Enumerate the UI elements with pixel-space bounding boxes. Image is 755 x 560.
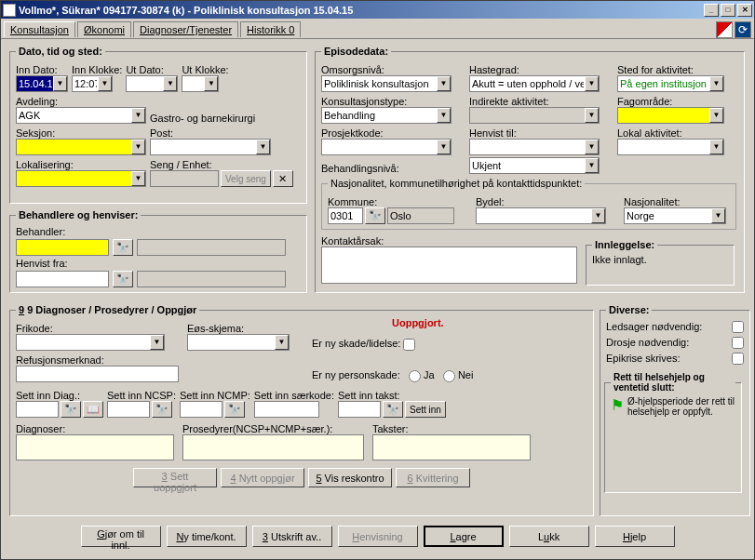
close-button[interactable]: ✕ bbox=[737, 4, 752, 17]
vis-reskontro-button[interactable]: 5 Vis reskontro bbox=[308, 468, 392, 487]
utskrift-button[interactable]: 3 Utskrift av.. bbox=[252, 526, 332, 547]
henvist-til-select[interactable] bbox=[469, 139, 600, 155]
henvist-til-dropdown[interactable]: ▼ bbox=[585, 140, 599, 154]
tab-konsultasjon[interactable]: Konsultasjon bbox=[4, 21, 75, 37]
kons-select[interactable] bbox=[321, 107, 452, 124]
sett-saer-input[interactable] bbox=[254, 401, 319, 418]
behnivaa-dropdown[interactable]: ▼ bbox=[585, 158, 599, 173]
fag-select[interactable] bbox=[617, 107, 724, 124]
kvittering-button[interactable]: 6 Kvittering bbox=[396, 468, 470, 487]
indir-select[interactable] bbox=[469, 107, 600, 124]
seng-input[interactable] bbox=[150, 170, 219, 187]
app-window: Vollmo*, Sükran* 094177-30874 (k) - Poli… bbox=[0, 0, 755, 560]
sett-ncsp-input[interactable] bbox=[107, 401, 150, 418]
takster-label: Takster: bbox=[372, 423, 535, 434]
seksjon-select[interactable] bbox=[16, 139, 146, 155]
nytt-oppgjor-button[interactable]: 4 Nytt oppgjør bbox=[221, 468, 304, 487]
omsorg-dropdown[interactable]: ▼ bbox=[437, 76, 451, 91]
behnivaa-label: Behandlingsnivå: bbox=[321, 163, 465, 174]
ny-person-ja-radio[interactable] bbox=[409, 370, 421, 382]
henvist-fra-search-button[interactable]: 🔭 bbox=[113, 271, 133, 287]
legend-behandlere: Behandlere og henviser: bbox=[16, 209, 141, 220]
behandler-name-input[interactable] bbox=[137, 239, 286, 256]
post-dropdown[interactable]: ▼ bbox=[256, 140, 270, 154]
ut-dato-dropdown[interactable]: ▼ bbox=[163, 76, 177, 91]
henvist-fra-code-input[interactable] bbox=[16, 271, 109, 287]
sett-inn-button[interactable]: Sett inn bbox=[405, 401, 446, 418]
flag-icon[interactable] bbox=[716, 21, 733, 38]
behandler-code-input[interactable] bbox=[16, 239, 109, 256]
eos-dropdown[interactable]: ▼ bbox=[275, 335, 289, 350]
lokalisering-dropdown[interactable]: ▼ bbox=[131, 171, 145, 186]
henvisning-button[interactable]: Henvisning bbox=[338, 526, 418, 547]
sett-ncmp-input[interactable] bbox=[180, 401, 222, 418]
haste-dropdown[interactable]: ▼ bbox=[585, 76, 599, 91]
sett-takst-search[interactable]: 🔭 bbox=[383, 401, 403, 418]
behandler-search-button[interactable]: 🔭 bbox=[113, 239, 133, 256]
ny-time-button[interactable]: Ny time/kont. bbox=[167, 526, 247, 547]
fieldset-rett-helsehjelp: Rett til helsehjelp og ventetid slutt: ⚑… bbox=[604, 372, 742, 493]
tab-okonomi[interactable]: Økonomi bbox=[77, 21, 131, 37]
inn-klokke-dropdown[interactable]: ▼ bbox=[98, 76, 112, 91]
fag-dropdown[interactable]: ▼ bbox=[709, 108, 723, 123]
indir-dropdown[interactable]: ▼ bbox=[585, 108, 599, 123]
lokalisering-select[interactable] bbox=[16, 170, 146, 187]
binoculars-icon: 🔭 bbox=[116, 242, 129, 254]
avdeling-select[interactable] bbox=[16, 107, 146, 124]
sted-select[interactable] bbox=[617, 75, 724, 92]
ref-input[interactable] bbox=[16, 366, 179, 382]
lokal-akt-select[interactable] bbox=[617, 139, 724, 155]
velg-seng-button[interactable]: Velg seng bbox=[221, 170, 271, 187]
bydel-select[interactable] bbox=[476, 207, 606, 224]
avdeling-desc: Gastro- og barnekirurgi bbox=[150, 113, 255, 124]
kons-dropdown[interactable]: ▼ bbox=[437, 108, 451, 123]
sett-takst-input[interactable] bbox=[338, 401, 381, 418]
tab-historikk[interactable]: Historikk 0 bbox=[240, 21, 301, 37]
kommune-search-button[interactable]: 🔭 bbox=[365, 207, 385, 224]
sett-diag-book[interactable]: 📖 bbox=[83, 401, 103, 418]
sted-dropdown[interactable]: ▼ bbox=[709, 76, 723, 91]
epikrise-checkbox[interactable] bbox=[732, 353, 744, 365]
kommune-code-input[interactable] bbox=[328, 207, 363, 224]
frikode-select[interactable] bbox=[16, 334, 165, 351]
sett-ncsp-search[interactable]: 🔭 bbox=[152, 401, 172, 418]
henvist-fra-name-input[interactable] bbox=[137, 271, 286, 287]
clear-seng-button[interactable]: ✕ bbox=[273, 170, 293, 187]
tab-diagnoser[interactable]: Diagnoser/Tjenester bbox=[133, 21, 238, 37]
minimize-button[interactable]: _ bbox=[704, 4, 719, 17]
seksjon-dropdown[interactable]: ▼ bbox=[131, 140, 145, 154]
haste-select[interactable] bbox=[469, 75, 600, 92]
lokal-akt-dropdown[interactable]: ▼ bbox=[709, 140, 723, 154]
lagre-button[interactable]: Lagre bbox=[424, 526, 504, 547]
omsorg-select[interactable] bbox=[321, 75, 452, 92]
sett-uoppgjort-button[interactable]: 3 3 Sett uoppgjortSett uoppgjort bbox=[133, 468, 217, 487]
post-select[interactable] bbox=[150, 139, 271, 155]
ny-person-label: Er ny personskade: bbox=[312, 369, 400, 380]
diagnoser-list[interactable] bbox=[16, 434, 174, 460]
lukk-button[interactable]: Lukk bbox=[509, 526, 589, 547]
sett-ncmp-search[interactable]: 🔭 bbox=[224, 401, 245, 418]
ny-skade-checkbox[interactable] bbox=[403, 339, 415, 351]
maximize-button[interactable]: □ bbox=[721, 4, 735, 17]
kontakt-textarea[interactable] bbox=[321, 247, 577, 284]
takster-list[interactable] bbox=[372, 434, 531, 460]
drosje-checkbox[interactable] bbox=[732, 337, 744, 349]
inn-dato-dropdown[interactable]: ▼ bbox=[53, 76, 67, 91]
sett-diag-input[interactable] bbox=[16, 401, 59, 418]
prosj-select[interactable] bbox=[321, 139, 452, 155]
ledsager-label: Ledsager nødvendig: bbox=[606, 321, 702, 332]
ut-klokke-dropdown[interactable]: ▼ bbox=[204, 76, 218, 91]
ledsager-checkbox[interactable] bbox=[732, 321, 744, 333]
nasj-dropdown[interactable]: ▼ bbox=[711, 208, 725, 223]
prosedyrer-list[interactable] bbox=[182, 434, 364, 460]
hjelp-button[interactable]: Hjelp bbox=[595, 526, 675, 547]
sett-diag-search[interactable]: 🔭 bbox=[61, 401, 81, 418]
ny-person-nei-radio[interactable] bbox=[443, 370, 455, 382]
behnivaa-select[interactable] bbox=[469, 157, 600, 174]
gjor-om-button[interactable]: Gjør om til innl. bbox=[81, 526, 161, 547]
prosj-dropdown[interactable]: ▼ bbox=[437, 140, 451, 154]
frikode-dropdown[interactable]: ▼ bbox=[150, 335, 164, 350]
avdeling-dropdown[interactable]: ▼ bbox=[131, 108, 145, 123]
bydel-dropdown[interactable]: ▼ bbox=[591, 208, 605, 223]
refresh-icon[interactable]: ⟳ bbox=[735, 21, 751, 38]
